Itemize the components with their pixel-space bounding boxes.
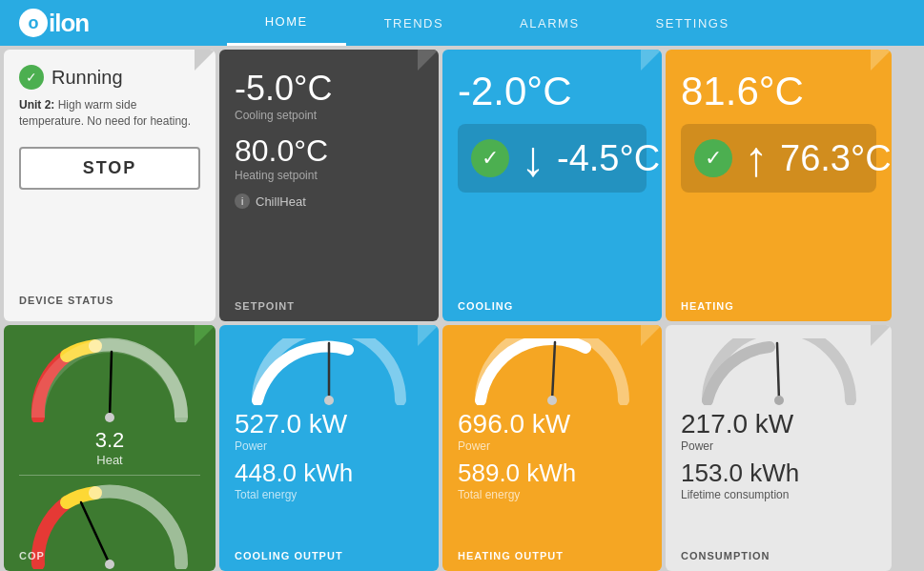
heat-gauge: 3.2 Heat [24,336,195,467]
cooling-output-label: COOLING OUTPUT [235,550,343,561]
consumption-energy-label: Lifetime consumption [681,488,876,501]
consumption-power-label: Power [681,439,876,453]
logo-ilon: ilon [49,9,89,38]
svg-line-0 [110,352,112,418]
heating-output-gauge-svg [471,338,633,405]
svg-line-8 [777,343,779,400]
cooling-check-icon: ✓ [471,139,509,177]
cooling-card-label: COOLING [458,300,513,312]
svg-point-5 [324,396,334,405]
info-icon: i [235,194,250,209]
heating-energy-label: Total energy [458,488,647,501]
consumption-energy-value: 153.0 kWh [681,459,876,488]
fold-corner [871,50,892,71]
nav-alarms[interactable]: ALARMS [482,0,617,46]
svg-point-7 [547,396,557,405]
consumption-gauge-svg [698,338,860,405]
heat-gauge-container: 3.2 Heat [19,336,200,467]
stop-button[interactable]: STOP [19,147,200,190]
cooling-middle: ✓ ↓ -4.5°C [458,124,647,193]
cooling-setpoint-value: -5.0°C [235,69,423,109]
heat-gauge-svg [24,336,195,422]
running-label: Running [51,67,123,89]
cool-gauge-svg [24,483,195,569]
cooling-arrow-icon: ↓ [521,133,545,183]
nav-trends[interactable]: TRENDS [346,0,482,46]
gauge-divider [19,475,200,476]
cool-gauge-container: 2.4 Cool [19,483,200,571]
chillheat-mode: i ChillHeat [235,194,423,209]
consumption-power-value: 217.0 kW [681,409,876,439]
status-description: Unit 2: High warm side temperature. No n… [19,97,200,130]
unit-label: Unit 2: [19,98,54,112]
svg-line-2 [81,502,110,564]
main-grid: ✓ Running Unit 2: High warm side tempera… [0,46,924,571]
heating-card-label: HEATING [681,300,734,312]
header: o ilon HOME TRENDS ALARMS SETTINGS [0,0,924,46]
chillheat-label: ChillHeat [256,194,306,209]
heating-energy-value: 589.0 kWh [458,459,647,488]
heating-setpoint-label: Heating setpoint [235,169,423,182]
cooling-output-gauge-svg [248,338,410,405]
device-status-card: ✓ Running Unit 2: High warm side tempera… [4,50,216,321]
cop-card-label: COP [19,550,45,561]
svg-point-9 [774,396,784,405]
fold-corner [418,50,439,71]
heating-arrow-icon: ↑ [744,133,769,183]
running-icon: ✓ [19,65,44,90]
cooling-energy-value: 448.0 kWh [235,459,423,488]
heating-output-card: 696.0 kW Power 589.0 kWh Total energy HE… [442,325,662,571]
cooling-setpoint-label: Cooling setpoint [235,109,423,122]
heating-power-label: Power [458,439,647,453]
heating-output-gauge-area [458,338,647,405]
heating-top-temp: 81.6°C [681,69,876,114]
fold-corner [871,325,892,346]
status-running: ✓ Running [19,65,200,90]
heating-output-label: HEATING OUTPUT [458,550,564,561]
cooling-output-gauge-area [235,338,423,405]
heating-setpoint-value: 80.0°C [235,133,423,169]
cooling-power-value: 527.0 kW [235,409,423,439]
cooling-top-temp: -2.0°C [458,69,647,114]
setpoint-card: -5.0°C Cooling setpoint 80.0°C Heating s… [219,50,439,321]
fold-corner [195,50,216,71]
fold-corner [641,325,662,346]
heat-cop-value: 3.2 [24,428,195,453]
heat-cop-label: Heat [24,453,195,467]
cool-gauge: 2.4 Cool [24,483,195,571]
nav-settings[interactable]: SETTINGS [618,0,768,46]
heating-middle: ✓ ↑ 76.3°C [681,124,876,193]
heating-power-value: 696.0 kW [458,409,647,439]
device-status-label: DEVICE STATUS [19,295,200,306]
cooling-energy-label: Total energy [235,488,423,501]
logo: o ilon [19,9,89,38]
setpoint-card-label: SETPOINT [235,300,295,312]
fold-corner [641,50,662,71]
heating-card: 81.6°C ✓ ↑ 76.3°C HEATING [666,50,892,321]
consumption-gauge-area [681,338,876,405]
cooling-bot-temp: -4.5°C [557,138,660,179]
svg-point-3 [105,560,114,569]
heating-bot-temp: 76.3°C [780,138,892,179]
svg-line-6 [552,342,555,400]
nav-home[interactable]: HOME [227,0,346,46]
cop-card: 3.2 Heat 2.4 Cool COP [4,325,216,571]
svg-point-1 [105,413,114,422]
logo-o: o [19,9,48,37]
fold-corner [418,325,439,346]
heating-check-icon: ✓ [694,139,732,177]
cooling-power-label: Power [235,439,423,453]
cooling-output-card: 527.0 kW Power 448.0 kWh Total energy CO… [219,325,439,571]
consumption-card-label: CONSUMPTION [681,550,770,561]
cooling-card: -2.0°C ✓ ↓ -4.5°C COOLING [442,50,662,321]
fold-corner [195,325,216,346]
consumption-card: 217.0 kW Power 153.0 kWh Lifetime consum… [666,325,892,571]
navigation: HOME TRENDS ALARMS SETTINGS [89,0,905,46]
